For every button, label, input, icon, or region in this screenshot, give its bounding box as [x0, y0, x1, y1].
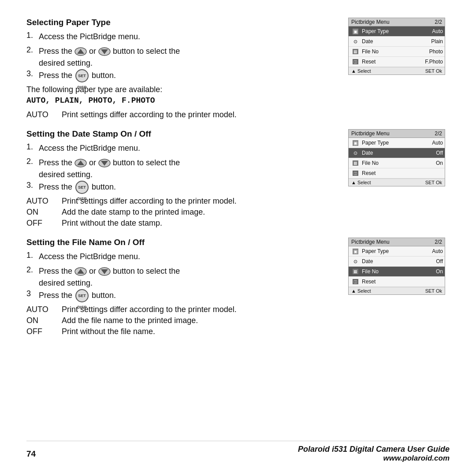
step-text: Access the PictBridge menu.: [39, 31, 140, 43]
pictbridge-menu-1: Pictbridge Menu 2/2 ▣ Paper Type Auto ⊙ …: [348, 18, 450, 121]
paper-icon: ▣: [350, 27, 360, 35]
step-3-file: 3 Press the SETDISP button.: [26, 289, 339, 302]
pb-title-3: Pictbridge Menu: [351, 239, 390, 245]
pb-row-date-2: ⊙ Date Off: [349, 148, 445, 158]
step-text: Press the or button to select the: [39, 265, 180, 277]
auto-line-file-0: AUTO Print settings differ according to …: [26, 305, 339, 314]
pb-footer-right-1: SET Ok: [425, 68, 442, 74]
pb-row-fileno-1: ▦ File No Photo: [349, 47, 445, 57]
heading-file-name: Setting the File Name On / Off: [26, 238, 339, 247]
pb-label: Paper Type: [362, 28, 421, 34]
up-arrow-icon: [74, 47, 87, 56]
pb-label: File No: [362, 160, 421, 166]
pb-footer-1: ▲ Select SET Ok: [349, 67, 445, 74]
available-text: The following paper type are available:: [26, 85, 339, 94]
pb-footer-right-3: SET Ok: [425, 288, 442, 294]
step-num: 1.: [26, 251, 39, 260]
step-num: 1.: [26, 31, 39, 40]
section-date-stamp: Setting the Date Stamp On / Off 1. Acces…: [26, 129, 450, 230]
pb-row-reset-2: ◫ Reset: [349, 168, 445, 178]
pb-label: Reset: [362, 170, 421, 176]
pb-footer-3: ▲ Select SET Ok: [349, 287, 445, 294]
auto-label: OFF: [26, 219, 62, 228]
down-arrow-icon: [98, 267, 111, 276]
pb-title-1: Pictbridge Menu: [351, 19, 390, 25]
page: Selecting Paper Type 1. Access the PictB…: [0, 0, 476, 476]
pb-row-date-1: ⊙ Date Plain: [349, 37, 445, 47]
paper-icon: ▣: [350, 247, 360, 255]
pb-footer-left-2: ▲ Select: [351, 180, 371, 185]
auto-label: AUTO: [26, 305, 62, 314]
pb-value: Off: [421, 150, 443, 156]
pb-value: F.Photo: [421, 59, 443, 65]
step-2-date-indent: desired setting.: [39, 169, 339, 181]
pb-footer-2: ▲ Select SET Ok: [349, 178, 445, 186]
auto-desc: Add the date stamp to the printed image.: [62, 208, 205, 217]
section-file-name: Setting the File Name On / Off 1. Access…: [26, 238, 450, 338]
pb-value: Auto: [421, 28, 443, 34]
step-1-date: 1. Access the PictBridge menu.: [26, 142, 339, 154]
pb-label: Date: [362, 258, 421, 264]
pictbridge-menu-3: Pictbridge Menu 2/2 ▣ Paper Type Auto ⊙ …: [348, 238, 450, 338]
pb-row-fileno-2: ▦ File No On: [349, 158, 445, 168]
pb-value: Auto: [421, 248, 443, 254]
heading-paper-type: Selecting Paper Type: [26, 18, 339, 27]
footer-title: Polaroid i531 Digital Camera User Guide: [298, 445, 450, 454]
auto-desc: Add the file name to the printed image.: [62, 316, 198, 325]
pb-value: Plain: [421, 38, 443, 45]
pb-page-1: 2/2: [435, 19, 442, 25]
step-num: 3: [26, 289, 39, 298]
auto-line-0: AUTO Print settings differ according to …: [26, 110, 339, 119]
pb-row-date-3: ⊙ Date Off: [349, 257, 445, 267]
section-paper-type-text: Selecting Paper Type 1. Access the PictB…: [26, 18, 348, 121]
heading-date-stamp: Setting the Date Stamp On / Off: [26, 129, 339, 139]
auto-desc: Print settings differ according to the p…: [62, 305, 237, 314]
pb-label: Paper Type: [362, 248, 421, 254]
pb-label: Date: [362, 150, 421, 156]
up-arrow-icon: [74, 159, 87, 167]
step-2-file-indent: desired setting.: [39, 277, 339, 289]
step-2-date: 2. Press the or button to select the: [26, 157, 339, 169]
pb-row-paper-type-3: ▣ Paper Type Auto: [349, 246, 445, 257]
step-num: 3.: [26, 181, 39, 190]
step-1-file: 1. Access the PictBridge menu.: [26, 251, 339, 263]
pb-label: Reset: [362, 59, 421, 65]
pb-label: File No: [362, 48, 421, 55]
file-icon: ▦: [350, 48, 360, 56]
auto-desc: Print settings differ according to the p…: [62, 197, 237, 206]
reset-icon: ◫: [350, 169, 360, 177]
paper-icon: ▣: [350, 139, 360, 147]
pb-row-fileno-3: ▦ File No On: [349, 267, 445, 277]
pictbridge-menu-2: Pictbridge Menu 2/2 ▣ Paper Type Auto ⊙ …: [348, 129, 450, 230]
step-2-paper-indent: desired setting.: [39, 57, 339, 69]
step-num: 2.: [26, 265, 39, 275]
down-arrow-icon: [98, 47, 111, 56]
pb-footer-left-1: ▲ Select: [351, 68, 371, 74]
step-num: 1.: [26, 142, 39, 152]
pb-row-paper-type-2: ▣ Paper Type Auto: [349, 138, 445, 148]
auto-label: AUTO: [26, 197, 62, 206]
footer-url: www.polaroid.com: [298, 454, 450, 463]
pb-value: Auto: [421, 140, 443, 146]
pb-label: File No: [362, 268, 421, 275]
reset-icon: ◫: [350, 58, 360, 66]
auto-label: AUTO: [26, 110, 62, 119]
clock-icon: ⊙: [350, 149, 360, 157]
pb-row-reset-1: ◫ Reset F.Photo: [349, 57, 445, 67]
auto-line-file-2: OFF Print without the file name.: [26, 327, 339, 336]
pb-value: Off: [421, 258, 443, 264]
auto-label: ON: [26, 316, 62, 325]
pb-header-1: Pictbridge Menu 2/2: [349, 18, 445, 26]
up-arrow-icon: [74, 267, 87, 276]
available-values: AUTO, PLAIN, PHOTO, F.PHOTO: [26, 96, 339, 105]
pb-label: Paper Type: [362, 140, 421, 146]
step-2-paper: 2. Press the or button to select the: [26, 45, 339, 57]
pb-title-2: Pictbridge Menu: [351, 130, 390, 137]
auto-line-file-1: ON Add the file name to the printed imag…: [26, 316, 339, 325]
pb-value: On: [421, 160, 443, 166]
step-text: Press the SETDISP button.: [39, 69, 116, 82]
auto-line-date-2: OFF Print without the date stamp.: [26, 219, 339, 228]
auto-desc: Print without the date stamp.: [62, 219, 162, 228]
page-footer: 74 Polaroid i531 Digital Camera User Gui…: [26, 441, 450, 463]
auto-desc: Print settings differ according to the p…: [62, 110, 237, 119]
